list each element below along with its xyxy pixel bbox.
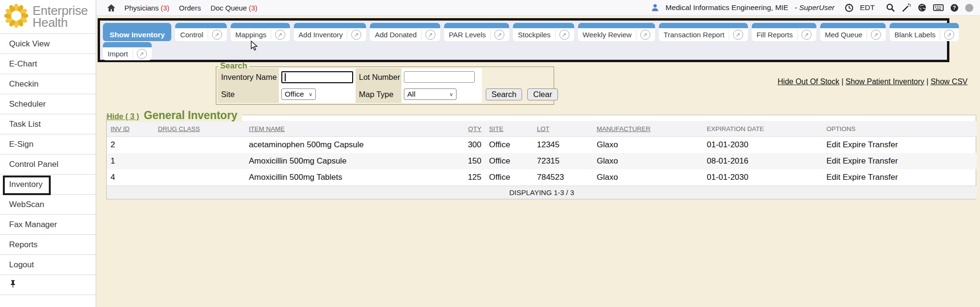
option-transfer-link[interactable]: Transfer xyxy=(868,156,898,165)
tab-separator xyxy=(729,30,729,40)
external-link-icon[interactable]: ↗ xyxy=(425,30,435,40)
user-name[interactable]: Medical Informatics Engineering, MIE xyxy=(666,3,789,12)
wand-icon[interactable] xyxy=(902,3,911,12)
tab-body: Import↗ xyxy=(103,47,152,60)
search-button[interactable]: Search xyxy=(486,88,522,100)
sidebar-item-label: E-Sign xyxy=(9,140,33,149)
column-header-drug-class[interactable]: DRUG CLASS xyxy=(154,121,245,137)
cell-item-name: Amoxicillin 500mg Tablets xyxy=(245,169,452,186)
sidebar-item-quick-view[interactable]: Quick View xyxy=(0,34,96,54)
column-header-lot[interactable]: LOT xyxy=(533,121,593,137)
mouse-cursor-icon xyxy=(248,40,260,55)
sidebar-item-label: Scheduler xyxy=(9,99,46,109)
topnav-physicians[interactable]: Physicians(3) xyxy=(124,4,169,12)
sidebar-item-inventory[interactable]: Inventory xyxy=(0,175,96,195)
cell-drug-class xyxy=(154,169,245,186)
tab-separator xyxy=(133,49,133,59)
tab-stockpiles[interactable]: Stockpiles↗ xyxy=(513,23,574,41)
topnav-orders[interactable]: Orders xyxy=(179,4,201,12)
option-transfer-link[interactable]: Transfer xyxy=(868,140,898,149)
tab-top-strip xyxy=(103,23,171,28)
tab-mappings[interactable]: Mappings↗ xyxy=(231,23,290,41)
globe-icon[interactable] xyxy=(917,3,927,12)
keyboard-icon[interactable] xyxy=(933,4,944,11)
cell-drug-class xyxy=(154,137,245,154)
help-icon[interactable]: ? xyxy=(950,3,959,12)
tab-blank-labels[interactable]: Blank Labels↗ xyxy=(890,23,959,41)
clear-button[interactable]: Clear xyxy=(527,88,557,100)
column-header-site[interactable]: SITE xyxy=(485,121,533,137)
lot-number-input[interactable] xyxy=(404,71,475,83)
inventory-table: INV IDDRUG CLASSITEM NAMEQTYSITELOTMANUF… xyxy=(107,121,977,199)
tab-med-queue[interactable]: Med Queue↗ xyxy=(820,23,886,41)
topnav-doc-queue[interactable]: Doc Queue(3) xyxy=(211,4,257,12)
option-expire-link[interactable]: Expire xyxy=(843,173,866,182)
external-link-icon[interactable]: ↗ xyxy=(733,30,743,40)
sidebar-item-logout[interactable]: Logout xyxy=(0,255,96,275)
hide-inventory-link[interactable]: Hide ( 3 ) xyxy=(107,112,139,121)
link-separator: | xyxy=(924,77,931,86)
table-row: 1Amoxicillin 500mg Capsule150Office72315… xyxy=(107,153,977,169)
sidebar-item-scheduler[interactable]: Scheduler xyxy=(0,94,96,114)
option-expire-link[interactable]: Expire xyxy=(843,140,866,149)
external-link-icon[interactable]: ↗ xyxy=(559,30,569,40)
topnav-label: Doc Queue xyxy=(211,4,247,12)
map-type-select[interactable]: All ∨ xyxy=(404,88,457,100)
column-header-qty[interactable]: QTY xyxy=(452,121,485,137)
option-edit-link[interactable]: Edit xyxy=(826,173,840,182)
tab-weekly-review[interactable]: Weekly Review↗ xyxy=(578,23,655,41)
search-icon[interactable] xyxy=(886,3,895,12)
cell-lot: 784523 xyxy=(533,169,593,186)
sidebar-item-webscan[interactable]: WebScan xyxy=(0,195,96,215)
external-link-icon[interactable]: ↗ xyxy=(871,30,881,40)
table-row: 2acetaminophen 500mg Capsule300Office123… xyxy=(107,137,977,154)
home-icon[interactable] xyxy=(107,3,116,12)
column-header-item-name[interactable]: ITEM NAME xyxy=(245,121,452,137)
sidebar-item-reports[interactable]: Reports xyxy=(0,235,96,255)
sidebar-pin-row[interactable] xyxy=(0,275,96,295)
tab-par-levels[interactable]: PAR Levels↗ xyxy=(444,23,509,41)
sidebar-item-e-chart[interactable]: E-Chart xyxy=(0,54,96,74)
external-link-icon[interactable]: ↗ xyxy=(494,30,504,40)
tab-separator xyxy=(208,30,208,40)
option-transfer-link[interactable]: Transfer xyxy=(868,173,898,182)
link-separator: | xyxy=(839,77,846,86)
sidebar-item-e-sign[interactable]: E-Sign xyxy=(0,134,96,154)
external-link-icon[interactable]: ↗ xyxy=(137,49,147,59)
tab-add-inventory[interactable]: Add Inventory↗ xyxy=(294,23,367,41)
option-edit-link[interactable]: Edit xyxy=(826,156,840,165)
sidebar-item-fax-manager[interactable]: Fax Manager xyxy=(0,215,96,235)
sidebar-item-task-list[interactable]: Task List xyxy=(0,114,96,134)
tab-show-inventory[interactable]: Show Inventory xyxy=(103,23,171,41)
inventory-name-label: Inventory Name xyxy=(218,68,279,86)
column-header-inv-id[interactable]: INV ID xyxy=(107,121,154,137)
cell-manufacturer: Glaxo xyxy=(593,137,703,154)
link-hide-out-of-stock[interactable]: Hide Out Of Stock xyxy=(778,77,839,86)
sidebar-item-control-panel[interactable]: Control Panel xyxy=(0,154,96,175)
link-show-csv[interactable]: Show CSV xyxy=(931,77,968,86)
clock-icon[interactable] xyxy=(845,3,854,12)
tab-import[interactable]: Import↗ xyxy=(103,42,152,60)
cell-manufacturer: Glaxo xyxy=(593,153,703,169)
option-edit-link[interactable]: Edit xyxy=(826,140,840,149)
inventory-name-input[interactable] xyxy=(281,71,353,83)
external-link-icon[interactable]: ↗ xyxy=(351,30,361,40)
pushpin-icon[interactable] xyxy=(10,280,16,290)
presence-status-icon xyxy=(965,4,973,12)
tab-add-donated[interactable]: Add Donated↗ xyxy=(370,23,440,41)
option-expire-link[interactable]: Expire xyxy=(843,156,866,165)
sidebar-item-checkin[interactable]: Checkin xyxy=(0,74,96,94)
external-link-icon[interactable]: ↗ xyxy=(802,30,812,40)
external-link-icon[interactable]: ↗ xyxy=(944,30,954,40)
external-link-icon[interactable]: ↗ xyxy=(275,30,285,40)
link-show-patient-inventory[interactable]: Show Patient Inventory xyxy=(846,77,924,86)
tab-fill-reports[interactable]: Fill Reports↗ xyxy=(752,23,816,41)
tab-separator xyxy=(797,30,798,40)
site-select[interactable]: Office ∨ xyxy=(281,88,316,100)
tab-transaction-report[interactable]: Transaction Report↗ xyxy=(659,23,748,41)
column-header-manufacturer[interactable]: MANUFACTURER xyxy=(593,121,703,137)
external-link-icon[interactable]: ↗ xyxy=(212,30,222,40)
external-link-icon[interactable]: ↗ xyxy=(640,30,650,40)
tab-control[interactable]: Control↗ xyxy=(175,23,226,41)
sidebar-item-label: Checkin xyxy=(9,79,38,89)
